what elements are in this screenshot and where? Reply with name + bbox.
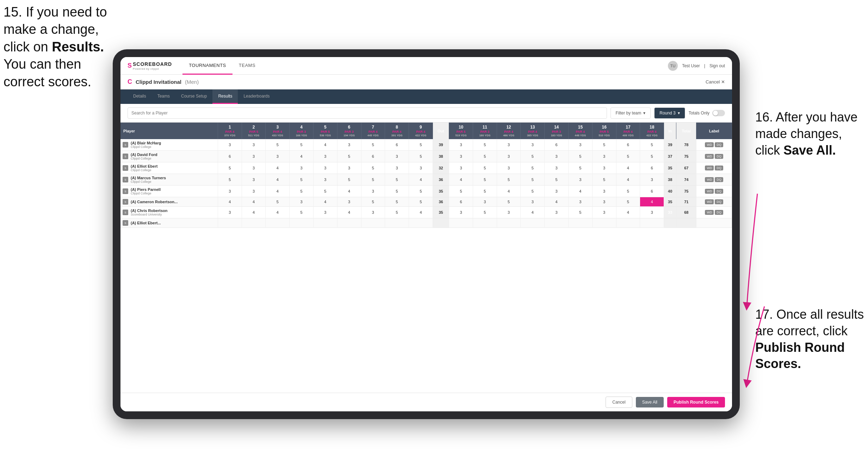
score-cell[interactable]: 5 <box>616 197 640 207</box>
score-cell[interactable] <box>569 218 593 228</box>
score-cell[interactable]: 5 <box>521 151 545 162</box>
score-cell[interactable]: 5 <box>640 139 664 151</box>
score-cell[interactable] <box>640 218 664 228</box>
score-cell[interactable]: 4 <box>545 197 569 207</box>
score-cell[interactable]: 5 <box>361 197 385 207</box>
score-cell[interactable]: 3 <box>592 207 616 218</box>
score-cell[interactable]: 3 <box>314 174 337 186</box>
score-cell[interactable] <box>361 218 385 228</box>
score-cell[interactable]: 5 <box>497 174 521 186</box>
score-cell[interactable]: 5 <box>409 151 433 162</box>
score-cell[interactable]: 5 <box>218 174 242 186</box>
score-cell[interactable]: 3 <box>385 162 409 174</box>
score-cell[interactable]: 3 <box>266 151 290 162</box>
score-cell[interactable]: 5 <box>473 207 497 218</box>
score-cell[interactable]: 5 <box>449 186 473 197</box>
score-cell[interactable]: 6 <box>640 162 664 174</box>
search-input[interactable] <box>128 107 607 119</box>
score-cell[interactable]: 5 <box>266 197 290 207</box>
score-cell[interactable]: 4 <box>640 197 664 207</box>
score-cell[interactable]: 3 <box>242 186 266 197</box>
score-cell[interactable]: 3 <box>473 197 497 207</box>
score-cell[interactable]: 3 <box>242 162 266 174</box>
score-cell[interactable]: 4 <box>616 174 640 186</box>
score-cell[interactable]: 3 <box>242 174 266 186</box>
score-cell[interactable]: 5 <box>385 207 409 218</box>
score-cell[interactable]: 5 <box>409 186 433 197</box>
score-cell[interactable] <box>592 218 616 228</box>
score-cell[interactable]: 3 <box>218 186 242 197</box>
score-cell[interactable] <box>242 218 266 228</box>
toggle-switch[interactable] <box>712 110 725 116</box>
score-cell[interactable]: 3 <box>242 139 266 151</box>
score-cell[interactable]: 4 <box>616 162 640 174</box>
score-cell[interactable]: 6 <box>218 151 242 162</box>
score-cell[interactable] <box>409 218 433 228</box>
score-cell[interactable]: 5 <box>616 151 640 162</box>
score-cell[interactable]: 3 <box>337 139 361 151</box>
score-cell[interactable]: 5 <box>314 186 337 197</box>
score-cell[interactable]: 5 <box>218 162 242 174</box>
score-cell[interactable] <box>616 218 640 228</box>
score-cell[interactable]: 5 <box>361 139 385 151</box>
score-cell[interactable]: 5 <box>521 174 545 186</box>
score-cell[interactable]: 4 <box>242 197 266 207</box>
score-cell[interactable]: 3 <box>569 139 593 151</box>
score-cell[interactable]: 3 <box>640 207 664 218</box>
score-cell[interactable]: 3 <box>361 207 385 218</box>
score-cell[interactable]: 5 <box>497 197 521 207</box>
score-cell[interactable]: 3 <box>497 151 521 162</box>
score-cell[interactable]: 3 <box>592 162 616 174</box>
wd-button[interactable]: WD <box>705 166 714 170</box>
score-cell[interactable]: 3 <box>569 174 593 186</box>
wd-button[interactable]: WD <box>705 210 714 215</box>
score-cell[interactable]: 4 <box>616 207 640 218</box>
score-cell[interactable]: 3 <box>361 186 385 197</box>
score-cell[interactable] <box>385 218 409 228</box>
dq-button[interactable]: DQ <box>715 154 723 159</box>
score-cell[interactable]: 3 <box>314 207 337 218</box>
score-cell[interactable]: 3 <box>640 174 664 186</box>
tab-leaderboards[interactable]: Leaderboards <box>238 89 275 104</box>
score-cell[interactable]: 3 <box>497 162 521 174</box>
score-cell[interactable] <box>290 218 314 228</box>
score-cell[interactable]: 5 <box>290 174 314 186</box>
score-cell[interactable]: 3 <box>218 207 242 218</box>
score-cell[interactable] <box>218 218 242 228</box>
score-cell[interactable]: 6 <box>640 186 664 197</box>
score-cell[interactable]: 5 <box>592 139 616 151</box>
score-cell[interactable]: 3 <box>545 151 569 162</box>
score-cell[interactable]: 5 <box>361 162 385 174</box>
sign-out-link[interactable]: Sign out <box>709 63 725 68</box>
score-cell[interactable]: 3 <box>449 151 473 162</box>
score-cell[interactable]: 4 <box>266 174 290 186</box>
score-cell[interactable]: 4 <box>449 174 473 186</box>
score-cell[interactable]: 3 <box>337 162 361 174</box>
score-cell[interactable] <box>497 218 521 228</box>
dq-button[interactable]: DQ <box>715 199 723 204</box>
score-cell[interactable]: 3 <box>521 197 545 207</box>
score-cell[interactable]: 5 <box>640 151 664 162</box>
score-cell[interactable]: 5 <box>545 174 569 186</box>
score-cell[interactable] <box>314 218 337 228</box>
score-cell[interactable]: 3 <box>569 197 593 207</box>
score-cell[interactable]: 5 <box>473 139 497 151</box>
score-cell[interactable] <box>473 218 497 228</box>
score-cell[interactable]: 4 <box>314 139 337 151</box>
wd-button[interactable]: WD <box>705 142 714 147</box>
score-cell[interactable]: 3 <box>290 197 314 207</box>
score-cell[interactable]: 6 <box>361 151 385 162</box>
score-cell[interactable]: 5 <box>569 207 593 218</box>
score-cell[interactable]: 3 <box>449 207 473 218</box>
score-cell[interactable]: 5 <box>290 139 314 151</box>
score-cell[interactable]: 4 <box>314 197 337 207</box>
save-all-button[interactable]: Save All <box>636 397 664 407</box>
score-cell[interactable]: 3 <box>545 186 569 197</box>
score-cell[interactable]: 4 <box>337 186 361 197</box>
score-cell[interactable]: 4 <box>266 162 290 174</box>
dq-button[interactable]: DQ <box>715 189 723 194</box>
score-cell[interactable]: 6 <box>385 139 409 151</box>
score-cell[interactable]: 5 <box>290 186 314 197</box>
score-cell[interactable]: 5 <box>385 197 409 207</box>
dq-button[interactable]: DQ <box>715 210 723 215</box>
